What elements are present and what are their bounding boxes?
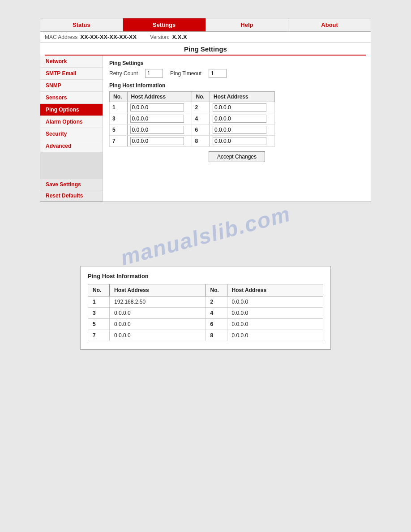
ping-host-label: Ping Host Information <box>109 82 364 89</box>
row-no-right: 6 <box>192 124 210 136</box>
row-no-left: 7 <box>88 330 110 341</box>
row-addr-right: 0.0.0.0 <box>227 296 323 307</box>
accept-changes-button[interactable]: Accept Changes <box>209 151 265 162</box>
row-addr-left: 0.0.0.0 <box>110 318 206 330</box>
reset-defaults-button[interactable]: Reset Defaults <box>40 190 103 202</box>
row-no-right: 4 <box>206 307 227 318</box>
table-row: 5 6 <box>110 124 275 136</box>
table-row: 7 0.0.0.0 8 0.0.0.0 <box>88 330 323 341</box>
retry-input[interactable] <box>145 69 163 78</box>
accept-btn-row: Accept Changes <box>109 147 364 165</box>
sidebar: Network SMTP Email SNMP Sensors Ping Opt… <box>40 56 103 202</box>
version-value: X.X.X <box>172 34 187 40</box>
page-title: Ping Settings <box>45 43 366 56</box>
row-no-right: 8 <box>192 136 210 147</box>
nav-status[interactable]: Status <box>40 18 123 31</box>
row-no-left: 7 <box>110 136 128 147</box>
sidebar-item-network[interactable]: Network <box>40 56 103 68</box>
bottom-host-title: Ping Host Information <box>88 273 323 279</box>
row-addr-left: 0.0.0.0 <box>110 307 206 318</box>
table-row: 3 0.0.0.0 4 0.0.0.0 <box>88 307 323 318</box>
bottom-col-no-1: No. <box>88 284 110 296</box>
nav-help[interactable]: Help <box>206 18 289 31</box>
row-addr-left: 192.168.2.50 <box>110 296 206 307</box>
save-settings-button[interactable]: Save Settings <box>40 179 103 190</box>
col-addr-2: Host Address <box>210 92 275 102</box>
col-addr-1: Host Address <box>127 92 192 102</box>
row-no-right: 4 <box>192 113 210 124</box>
bottom-host-table: No. Host Address No. Host Address 1 192.… <box>88 284 323 341</box>
row-addr-left[interactable] <box>127 113 192 124</box>
timeout-input[interactable] <box>209 69 227 78</box>
row-addr-left: 0.0.0.0 <box>110 330 206 341</box>
row-no-right: 6 <box>206 318 227 330</box>
nav-settings[interactable]: Settings <box>123 18 206 31</box>
table-row: 1 2 <box>110 102 275 113</box>
row-addr-right[interactable] <box>210 136 275 147</box>
ping-settings-row: Retry Count Ping Timeout <box>109 69 364 78</box>
bottom-col-addr-1: Host Address <box>110 284 206 296</box>
row-addr-right[interactable] <box>210 113 275 124</box>
row-addr-right[interactable] <box>210 124 275 136</box>
row-no-right: 2 <box>192 102 210 113</box>
col-no-1: No. <box>110 92 128 102</box>
row-no-left: 1 <box>88 296 110 307</box>
bottom-col-addr-2: Host Address <box>227 284 323 296</box>
retry-label: Retry Count <box>109 70 138 77</box>
row-addr-left[interactable] <box>127 102 192 113</box>
sidebar-item-alarm[interactable]: Alarm Options <box>40 116 103 128</box>
ping-settings-label: Ping Settings <box>109 60 364 66</box>
bottom-panel: Ping Host Information No. Host Address N… <box>80 266 331 350</box>
mac-label: MAC Address <box>45 34 77 40</box>
mac-value: XX-XX-XX-XX-XX-XX <box>80 34 137 40</box>
version-label: Version: <box>150 34 169 40</box>
row-no-left: 5 <box>88 318 110 330</box>
nav-about[interactable]: About <box>288 18 371 31</box>
row-addr-right: 0.0.0.0 <box>227 318 323 330</box>
row-no-left: 3 <box>110 113 128 124</box>
top-panel: Status Settings Help About MAC Address X… <box>40 18 371 202</box>
row-no-left: 3 <box>88 307 110 318</box>
row-no-right: 8 <box>206 330 227 341</box>
row-addr-left[interactable] <box>127 124 192 136</box>
row-addr-right: 0.0.0.0 <box>227 330 323 341</box>
sidebar-spacer <box>40 152 103 179</box>
sidebar-item-advanced[interactable]: Advanced <box>40 140 103 152</box>
sidebar-item-smtp[interactable]: SMTP Email <box>40 68 103 80</box>
main-content: Network SMTP Email SNMP Sensors Ping Opt… <box>40 56 371 202</box>
nav-bar: Status Settings Help About <box>40 18 371 32</box>
table-row: 7 8 <box>110 136 275 147</box>
row-no-right: 2 <box>206 296 227 307</box>
ping-host-table: No. Host Address No. Host Address 1 2 3 … <box>109 91 275 147</box>
row-no-left: 1 <box>110 102 128 113</box>
table-row: 5 0.0.0.0 6 0.0.0.0 <box>88 318 323 330</box>
col-no-2: No. <box>192 92 210 102</box>
watermark: manualslib.com <box>118 202 293 270</box>
sidebar-item-sensors[interactable]: Sensors <box>40 92 103 104</box>
row-addr-right[interactable] <box>210 102 275 113</box>
table-row: 1 192.168.2.50 2 0.0.0.0 <box>88 296 323 307</box>
row-addr-left[interactable] <box>127 136 192 147</box>
content-pane: Ping Settings Retry Count Ping Timeout P… <box>103 56 371 202</box>
info-bar: MAC Address XX-XX-XX-XX-XX-XX Version: X… <box>40 32 371 43</box>
sidebar-item-snmp[interactable]: SNMP <box>40 80 103 92</box>
sidebar-item-security[interactable]: Security <box>40 128 103 140</box>
sidebar-bottom: Save Settings Reset Defaults <box>40 179 103 202</box>
row-addr-right: 0.0.0.0 <box>227 307 323 318</box>
bottom-col-no-2: No. <box>206 284 227 296</box>
row-no-left: 5 <box>110 124 128 136</box>
timeout-label: Ping Timeout <box>170 70 201 77</box>
sidebar-item-ping[interactable]: Ping Options <box>40 104 103 116</box>
table-row: 3 4 <box>110 113 275 124</box>
